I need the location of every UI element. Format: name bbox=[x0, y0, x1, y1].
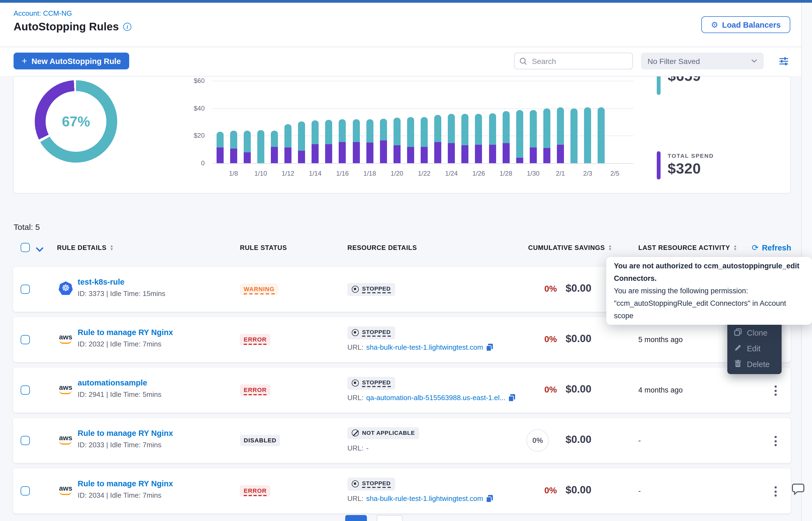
info-icon[interactable]: i bbox=[123, 23, 131, 31]
header-chevron-down-icon[interactable] bbox=[36, 245, 43, 254]
rule-meta: ID: 2032 | Idle Time: 7mins bbox=[78, 340, 162, 348]
resource-url-link[interactable]: qa-automation-alb-515563988.us-east-1.el… bbox=[366, 393, 505, 402]
resource-url: URL:sha-bulk-rule-test-1.lightwingtest.c… bbox=[347, 494, 493, 503]
total-spend-label: TOTAL SPEND bbox=[668, 152, 714, 159]
bar-1/26[interactable] bbox=[475, 114, 482, 163]
bar-1/15[interactable] bbox=[325, 120, 333, 163]
bar-1/17[interactable] bbox=[352, 119, 360, 163]
x-axis-tick: 2/1 bbox=[549, 170, 572, 177]
rule-name-link[interactable]: automationsample bbox=[78, 379, 147, 387]
sort-icon: ▲▼ bbox=[608, 245, 612, 251]
bar-1/23[interactable] bbox=[434, 115, 441, 163]
resource-state-badge[interactable]: STOPPED bbox=[347, 283, 395, 296]
load-balancers-button[interactable]: ⚙ Load Balancers bbox=[701, 16, 790, 33]
resource-state-badge[interactable]: STOPPED bbox=[347, 326, 395, 339]
table-row: aws Rule to manage RY Nginx ID: 2034 | I… bbox=[13, 469, 791, 514]
rule-status-badge[interactable]: ERROR bbox=[240, 485, 270, 497]
rule-status-badge[interactable]: WARNING bbox=[240, 284, 278, 295]
bar-2/2[interactable] bbox=[571, 108, 578, 163]
column-cumulative-savings[interactable]: CUMULATIVE SAVINGS ▲▼ bbox=[528, 244, 612, 252]
kubernetes-icon: ☸ bbox=[58, 281, 74, 295]
bar-1/11[interactable] bbox=[271, 131, 278, 163]
savings-amount: $0.00 bbox=[565, 333, 591, 345]
row-checkbox[interactable] bbox=[21, 486, 30, 496]
bar-1/29[interactable] bbox=[516, 110, 523, 163]
new-autostopping-rule-button[interactable]: + New AutoStopping Rule bbox=[14, 52, 129, 69]
gear-icon: ⚙ bbox=[711, 20, 718, 29]
column-last-resource-activity[interactable]: LAST RESOURCE ACTIVITY ▲▼ bbox=[638, 244, 738, 252]
bar-1/14[interactable] bbox=[312, 121, 319, 163]
filter-sliders-icon[interactable] bbox=[778, 56, 789, 68]
saved-filter-dropdown[interactable]: No Filter Saved bbox=[641, 52, 764, 69]
bar-1/24[interactable] bbox=[448, 114, 455, 163]
bar-1/16[interactable] bbox=[339, 119, 346, 163]
menu-item-delete[interactable]: Delete bbox=[727, 356, 782, 372]
bar-1/9[interactable] bbox=[243, 131, 251, 163]
bar-1/25[interactable] bbox=[462, 114, 469, 163]
rule-name-link[interactable]: Rule to manage RY Nginx bbox=[78, 479, 173, 488]
resource-state-badge[interactable]: STOPPED bbox=[347, 478, 395, 491]
rule-name-link[interactable]: Rule to manage RY Nginx bbox=[78, 328, 173, 337]
bar-2/3[interactable] bbox=[584, 108, 591, 163]
bar-1/8[interactable] bbox=[230, 131, 237, 163]
aws-icon: aws bbox=[58, 382, 74, 394]
rule-name-link[interactable]: test-k8s-rule bbox=[78, 277, 124, 286]
search-input[interactable] bbox=[531, 56, 618, 66]
stopped-icon bbox=[352, 380, 359, 387]
menu-item-edit[interactable]: Edit bbox=[727, 340, 782, 356]
rule-status-badge[interactable]: ERROR bbox=[240, 384, 270, 396]
resource-url-link[interactable]: - bbox=[366, 444, 368, 452]
bar-1/12[interactable] bbox=[284, 124, 292, 163]
copy-icon[interactable] bbox=[508, 393, 516, 402]
pagination-next-page[interactable] bbox=[377, 515, 403, 521]
kebab-menu-icon[interactable] bbox=[773, 485, 778, 498]
menu-item-clone[interactable]: Clone bbox=[727, 325, 782, 340]
bar-1/20[interactable] bbox=[393, 118, 401, 163]
account-breadcrumb[interactable]: Account: CCM-NG bbox=[14, 9, 72, 17]
rule-meta: ID: 3373 | Idle Time: 15mins bbox=[78, 290, 165, 298]
resource-url-link[interactable]: sha-bulk-rule-test-1.lightwingtest.com bbox=[366, 494, 483, 503]
copy-icon[interactable] bbox=[486, 494, 493, 503]
x-axis-tick: 1/14 bbox=[303, 170, 327, 177]
copy-icon[interactable] bbox=[486, 343, 493, 351]
resource-url-link[interactable]: sha-bulk-rule-test-1.lightwingtest.com bbox=[366, 343, 483, 351]
bar-1/31[interactable] bbox=[543, 108, 550, 163]
bar-1/27[interactable] bbox=[489, 113, 496, 163]
sort-icon: ▲▼ bbox=[110, 245, 114, 251]
edit-icon bbox=[734, 343, 742, 353]
resource-state-badge[interactable]: STOPPED bbox=[347, 377, 395, 390]
stopped-icon bbox=[352, 329, 359, 336]
x-axis-tick: 1/24 bbox=[440, 170, 463, 177]
bar-1/18[interactable] bbox=[366, 119, 373, 163]
row-checkbox[interactable] bbox=[21, 335, 30, 344]
select-all-checkbox[interactable] bbox=[21, 243, 30, 252]
kebab-menu-icon[interactable] bbox=[773, 434, 778, 448]
last-activity: 4 months ago bbox=[638, 386, 683, 394]
pagination-current-page[interactable] bbox=[345, 515, 367, 521]
bar-1/22[interactable] bbox=[421, 117, 428, 163]
savings-percent: 0% bbox=[523, 284, 557, 294]
bar-1/30[interactable] bbox=[530, 110, 537, 163]
tooltip-line-1: You are not authorized to ccm_autostoppi… bbox=[614, 260, 805, 285]
resource-state-badge[interactable]: NOT APPLICABLE bbox=[347, 427, 419, 439]
bar-1/7[interactable] bbox=[216, 132, 223, 163]
row-checkbox[interactable] bbox=[21, 385, 30, 395]
rule-name-link[interactable]: Rule to manage RY Nginx bbox=[78, 429, 173, 437]
bar-2/1[interactable] bbox=[557, 108, 564, 163]
refresh-button[interactable]: ⟳ Refresh bbox=[752, 243, 791, 253]
bar-1/28[interactable] bbox=[503, 111, 509, 163]
row-checkbox[interactable] bbox=[21, 285, 30, 294]
bar-1/19[interactable] bbox=[380, 118, 387, 163]
column-rule-details[interactable]: RULE DETAILS ▲▼ bbox=[57, 244, 114, 252]
bar-1/13[interactable] bbox=[298, 121, 305, 163]
chat-help-icon[interactable] bbox=[791, 482, 806, 498]
row-checkbox[interactable] bbox=[21, 436, 30, 445]
kebab-menu-icon[interactable] bbox=[773, 384, 778, 398]
bar-1/10[interactable] bbox=[257, 130, 264, 163]
savings-percent: 0% bbox=[523, 335, 557, 344]
rule-status-badge[interactable]: DISABLED bbox=[240, 435, 280, 446]
rule-status-badge[interactable]: ERROR bbox=[240, 334, 270, 345]
x-axis-tick: 2/5 bbox=[603, 170, 627, 177]
bar-2/4[interactable] bbox=[598, 108, 605, 163]
bar-1/21[interactable] bbox=[407, 117, 414, 163]
